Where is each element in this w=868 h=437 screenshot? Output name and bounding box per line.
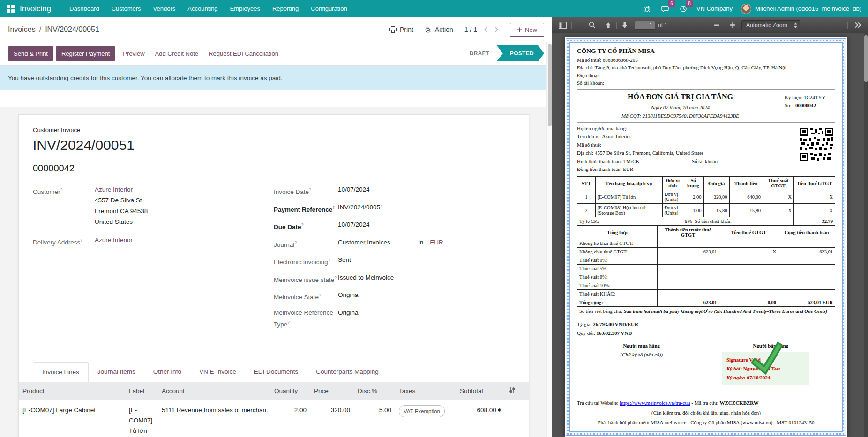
pdf-seller-address: Địa chỉ: Tầng 9, tòa nhà Technosoft, phố…	[577, 65, 835, 70]
form-scrollbar[interactable]	[546, 42, 552, 437]
alert-text: You have outstanding credits for this cu…	[8, 74, 283, 81]
pdf-sidebar-toggle-icon[interactable]	[557, 20, 569, 30]
pdf-page: CÔNG TY CỔ PHẦN MISA Mã số thuế: 6868686…	[565, 37, 847, 437]
pdf-scrollbar[interactable]	[864, 33, 868, 437]
col-header-price[interactable]: Price	[310, 382, 354, 400]
register-payment-button[interactable]: Register Payment	[56, 46, 115, 61]
nav-menu-employees[interactable]: Employees	[224, 0, 266, 17]
right-field-column: Invoice Date? 10/07/2024 Payment Referen…	[274, 185, 515, 335]
state-draft[interactable]: DRAFT	[462, 50, 497, 57]
user-name: Mitchell Admin (odoo16_meinvoice_db)	[755, 5, 861, 12]
breadcrumb-current: INV/2024/00051	[45, 25, 99, 34]
pdf-lookup-code: WZCZCKBZRW	[720, 400, 759, 406]
breadcrumb-invoices[interactable]: Invoices	[8, 25, 36, 34]
col-header-label[interactable]: Label	[125, 382, 158, 400]
customer-address-line: United States	[95, 217, 148, 227]
optional-columns-button[interactable]	[505, 382, 529, 400]
tab-counterparts-mapping[interactable]: Counterparts Mapping	[307, 362, 388, 382]
nav-menu-accounting[interactable]: Accounting	[181, 0, 224, 17]
messages-badge: 6	[668, 0, 675, 7]
app-name[interactable]: Invoicing	[20, 4, 51, 14]
delivery-address-link[interactable]: Azure Interior	[95, 237, 133, 244]
line-product-link[interactable]: [E-COM07] Large Cabinet	[19, 400, 125, 437]
pdf-page-input[interactable]	[635, 21, 655, 30]
pdf-buyer-unit: Tên đơn vị: Azure Interior	[577, 134, 835, 139]
invoice-line-row[interactable]: [E-COM07] Large Cabinet [E-COM07] Tủ lớn…	[19, 400, 529, 437]
tab-vn-e-invoice[interactable]: VN E-Invoice	[190, 362, 245, 382]
pdf-seller-name: CÔNG TY CỔ PHẦN MISA	[577, 47, 835, 55]
pdf-serial-block: Ký hiệu: 1C24TYY Số: 00000042	[785, 94, 835, 110]
pdf-item-row: 2[E-COM08] Hộp lưu trữ (Storage Box)Đơn …	[577, 204, 835, 217]
state-widget: DRAFT POSTED	[462, 45, 544, 61]
action-button[interactable]: Action	[425, 26, 453, 33]
col-header-quantity[interactable]: Quantity	[270, 382, 310, 400]
tab-invoice-lines[interactable]: Invoice Lines	[33, 362, 89, 382]
pdf-item-row: 1[E-COM07] Tủ lớnĐơn vị (Units)2,00320,0…	[577, 190, 835, 204]
document-type-label: Customer Invoice	[33, 126, 515, 133]
company-switcher[interactable]: VN Company	[696, 5, 733, 12]
pager: 1 / 1	[464, 26, 499, 33]
form-scrollbar-thumb[interactable]	[548, 44, 552, 126]
preview-button[interactable]: Preview	[118, 46, 150, 61]
pdf-lookup-line: Tra cứu tại Website: https://www.meinvoi…	[577, 398, 835, 408]
pdf-buyer-name: Họ tên người mua hàng:	[577, 126, 835, 131]
field-meinvoice-state: Meinvoice State? Original	[274, 290, 496, 302]
plus-icon	[517, 27, 522, 32]
messages-icon[interactable]: 6	[660, 4, 670, 14]
left-field-column: Customer? Azure Interior 4557 De Silva S…	[33, 185, 274, 335]
pager-next-icon[interactable]	[494, 26, 499, 33]
col-header-account[interactable]: Account	[158, 382, 270, 400]
field-electronic-invoicing: Electronic invoicing? Sent	[274, 255, 496, 267]
pager-previous-icon[interactable]	[484, 26, 488, 33]
pdf-page-up-icon[interactable]	[603, 20, 614, 30]
col-header-taxes[interactable]: Taxes	[395, 382, 456, 400]
tab-edi-documents[interactable]: EDI Documents	[245, 362, 307, 382]
pdf-more-tools-icon[interactable]	[853, 20, 863, 30]
state-posted[interactable]: POSTED	[497, 45, 544, 61]
pdf-zoom-out-icon[interactable]	[712, 20, 722, 30]
nav-menu-dashboard[interactable]: Dashboard	[63, 0, 105, 17]
print-button[interactable]: Print	[389, 26, 413, 33]
pdf-cqt-code: Mã CQT: 213811BE9DC975401D8F30AFEDA94423…	[577, 113, 784, 119]
nav-menu-reporting[interactable]: Reporting	[266, 0, 305, 17]
tab-journal-items[interactable]: Journal Items	[89, 362, 144, 382]
form-sheet: Customer Invoice INV/2024/00051 00000042…	[18, 114, 529, 437]
new-button[interactable]: New	[510, 23, 544, 37]
meinvoice-number: 00000042	[33, 163, 515, 174]
tab-other-info[interactable]: Other Info	[144, 362, 190, 382]
pdf-summary-row: Thuế suất 0%:	[577, 256, 835, 265]
pdf-scrollbar-thumb[interactable]	[864, 35, 868, 82]
nav-menu-customers[interactable]: Customers	[105, 0, 147, 17]
apps-menu-icon[interactable]	[7, 5, 15, 13]
pdf-payment-method: Hình thức thanh toán: TM/CK Số tài khoản…	[577, 159, 835, 164]
pdf-discount-row: Tỷ lệ CK: 5% Số tiền chiết khấu: 32,79	[577, 217, 835, 226]
nav-menu-configuration[interactable]: Configuration	[305, 0, 353, 17]
pdf-zoom-in-icon[interactable]	[728, 20, 738, 30]
pdf-lookup-link[interactable]: https://www.meinvoice.vn/tra-cuu	[620, 400, 690, 406]
pdf-page-down-icon[interactable]	[620, 20, 630, 30]
field-delivery-address: Delivery Address? Azure Interior	[33, 236, 255, 247]
gear-icon	[425, 26, 432, 33]
col-header-disc[interactable]: Disc.%	[354, 382, 395, 400]
request-edi-cancellation-button[interactable]: Request EDI Cancellation	[203, 46, 284, 61]
debug-bug-icon[interactable]	[643, 4, 652, 14]
send-print-button[interactable]: Send & Print	[8, 46, 53, 61]
pdf-seller-account: Số tài khoản:	[577, 81, 835, 86]
customer-link[interactable]: Azure Interior	[95, 186, 133, 193]
nav-menu-vendors[interactable]: Vendors	[147, 0, 182, 17]
user-menu[interactable]: Mitchell Admin (odoo16_meinvoice_db)	[741, 4, 861, 14]
activities-clock-icon[interactable]: 8	[679, 4, 688, 14]
tax-tag[interactable]: VAT Exemption	[399, 405, 445, 417]
add-credit-note-button[interactable]: Add Credit Note	[150, 46, 204, 61]
qr-code	[800, 128, 833, 161]
pdf-seller-tax-code: Mã số thuế: 6868686868-205	[577, 58, 835, 63]
pdf-summary-row: Không chịu thuế GTGT:623,01X623,01	[577, 248, 835, 256]
pdf-zoom-select[interactable]: Automatic Zoom	[741, 20, 800, 30]
breadcrumb-separator: /	[39, 25, 41, 34]
pdf-search-icon[interactable]	[587, 20, 598, 30]
currency-link[interactable]: EUR	[430, 238, 443, 250]
pdf-summary-row: Thuế suất 10%:	[577, 281, 835, 290]
col-header-product[interactable]: Product	[19, 382, 125, 400]
col-header-subtotal[interactable]: Subtotal	[456, 382, 505, 400]
notebook-tabs: Invoice Lines Journal Items Other Info V…	[19, 362, 529, 382]
